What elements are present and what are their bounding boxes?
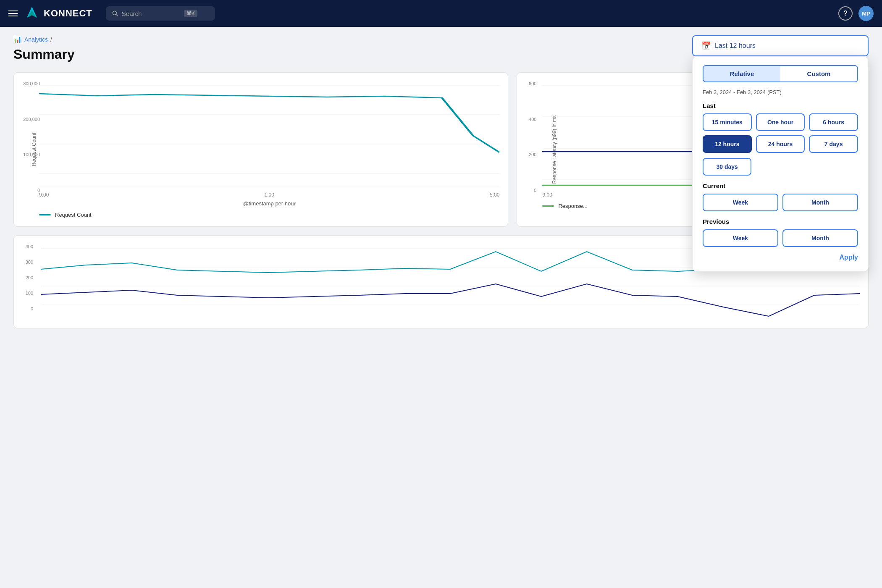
breadcrumb-separator: / — [50, 36, 52, 43]
y2-label-200: 200 — [521, 152, 536, 157]
btn-7days[interactable]: 7 days — [809, 135, 858, 153]
current-section-label: Current — [703, 182, 858, 189]
date-range-dropdown: Relative Custom Feb 3, 2024 - Feb 3, 202… — [692, 56, 869, 272]
search-input[interactable] — [122, 10, 181, 17]
help-button[interactable]: ? — [838, 6, 853, 21]
logo-text: KONNECT — [44, 8, 92, 19]
date-picker-label: Last 12 hours — [715, 42, 756, 50]
y-label-200k: 200,000 — [18, 117, 40, 122]
chart1-x-labels: 9:00 1:00 5:00 — [39, 192, 499, 198]
logo-icon — [24, 6, 39, 21]
breadcrumb-link[interactable]: Analytics — [24, 36, 48, 43]
apply-button[interactable]: Apply — [840, 254, 858, 261]
chart1-svg — [39, 81, 499, 190]
legend-label-2: Response... — [558, 203, 587, 209]
tab-custom[interactable]: Custom — [780, 66, 857, 81]
legend-dash-2 — [542, 205, 554, 207]
date-picker-button[interactable]: 📅 Last 12 hours — [692, 35, 869, 56]
btn-previous-week[interactable]: Week — [703, 229, 778, 247]
btn-15min[interactable]: 15 minutes — [703, 113, 752, 131]
tabs-row: Relative Custom — [703, 65, 858, 82]
btn-30days[interactable]: 30 days — [703, 158, 751, 176]
hamburger-icon[interactable] — [8, 10, 18, 16]
btn-previous-month[interactable]: Month — [782, 229, 858, 247]
previous-buttons-row: Week Month — [703, 229, 858, 247]
request-count-chart: Request Count 300,000 200,000 100,000 0 — [13, 72, 508, 227]
chart1-y-label: Request Count — [31, 133, 37, 166]
legend-dash-1 — [39, 214, 51, 215]
current-buttons-row: Week Month — [703, 194, 858, 211]
svg-line-3 — [116, 14, 118, 16]
search-bar[interactable]: ⌘K — [106, 6, 215, 21]
date-range-text: Feb 3, 2024 - Feb 3, 2024 (PST) — [703, 89, 858, 95]
y2-label-600: 600 — [521, 81, 536, 86]
previous-section-label: Previous — [703, 218, 858, 225]
avatar[interactable]: MP — [858, 6, 874, 21]
search-icon — [112, 10, 118, 17]
analytics-icon: 📊 — [13, 35, 22, 43]
btn-1hour[interactable]: One hour — [756, 113, 805, 131]
y2-label-400: 400 — [521, 117, 536, 122]
y-label-300k: 300,000 — [18, 81, 40, 86]
chart1-inner — [39, 81, 499, 190]
last-section-label: Last — [703, 102, 858, 109]
chart1-legend: Request Count — [39, 212, 499, 218]
btn-current-week[interactable]: Week — [703, 194, 778, 211]
search-kbd: ⌘K — [184, 10, 197, 17]
btn-current-month[interactable]: Month — [782, 194, 858, 211]
btn-12hours[interactable]: 12 hours — [703, 135, 752, 153]
header: KONNECT ⌘K ? MP — [0, 0, 882, 27]
calendar-icon: 📅 — [701, 41, 711, 50]
logo-area: KONNECT — [24, 6, 92, 21]
apply-row: Apply — [703, 254, 858, 261]
y2-label-0: 0 — [521, 188, 536, 193]
last-buttons-grid: 15 minutes One hour 6 hours 12 hours 24 … — [703, 113, 858, 153]
svg-point-2 — [113, 11, 116, 15]
chart1-x-title: @timestamp per hour — [39, 200, 499, 207]
y-label-0: 0 — [18, 188, 40, 193]
btn-6hours[interactable]: 6 hours — [809, 113, 858, 131]
tab-relative[interactable]: Relative — [704, 66, 780, 81]
btn-24hours[interactable]: 24 hours — [756, 135, 805, 153]
legend-label-1: Request Count — [55, 212, 92, 218]
header-right: ? MP — [838, 6, 874, 21]
page-content: 📊 Analytics / Summary 📅 Last 12 hours Re… — [0, 27, 882, 337]
